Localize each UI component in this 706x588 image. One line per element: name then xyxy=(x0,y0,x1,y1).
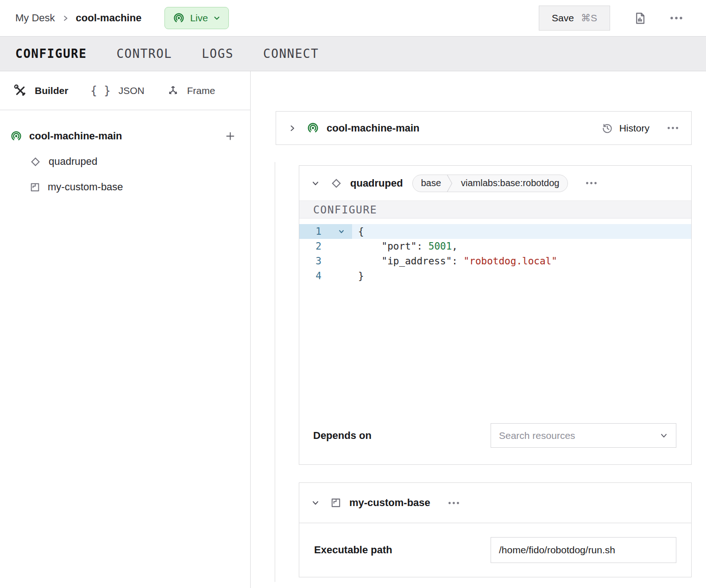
view-mode-label: JSON xyxy=(119,85,145,96)
frame-axes-icon xyxy=(167,84,179,97)
breadcrumb-parent-link[interactable]: My Desk xyxy=(15,12,55,24)
code-editor-lines: 1{2 "port": 5001,3 "ip_address": "robotd… xyxy=(299,224,691,283)
header-actions: Save ⌘S xyxy=(539,6,683,31)
history-button[interactable]: History xyxy=(601,122,649,134)
breadcrumb: My Desk cool-machine xyxy=(15,12,141,24)
resource-tree: cool-machine-main quadruped my-c xyxy=(0,110,250,205)
breadcrumb-current-machine: cool-machine xyxy=(76,12,142,24)
module-icon xyxy=(29,181,41,193)
code-line[interactable]: 4} xyxy=(299,269,691,283)
tree-item-label: quadruped xyxy=(49,156,97,168)
tree-item-label: cool-machine-main xyxy=(29,130,122,142)
select-chevron-down-icon xyxy=(660,432,668,440)
tab-control[interactable]: CONTROL xyxy=(116,47,172,61)
view-mode-json[interactable]: { } JSON xyxy=(90,84,144,97)
component-diamond-icon xyxy=(330,177,343,190)
component-diamond-icon xyxy=(29,156,42,168)
module-card-header: my-custom-base xyxy=(299,483,691,523)
broadcast-icon xyxy=(173,12,185,24)
depends-on-row: Depends on xyxy=(299,423,691,448)
code-line[interactable]: 3 "ip_address": "robotdog.local" xyxy=(299,254,691,269)
badge-divider xyxy=(447,175,453,192)
history-clock-icon xyxy=(601,122,613,134)
code-line[interactable]: 2 "port": 5001, xyxy=(299,239,691,254)
component-card-more-menu-button[interactable] xyxy=(586,181,597,185)
module-icon xyxy=(330,497,342,509)
tools-icon xyxy=(14,84,27,97)
view-mode-frame[interactable]: Frame xyxy=(167,84,215,97)
machine-report-button[interactable] xyxy=(633,12,647,25)
code-text[interactable]: "port": 5001, xyxy=(352,239,691,254)
live-status-dropdown[interactable]: Live xyxy=(164,7,229,29)
line-number: 2 xyxy=(299,239,321,254)
configure-section-label: CONFIGURE xyxy=(313,204,377,216)
save-button-label: Save xyxy=(552,13,574,24)
top-header: My Desk cool-machine Live Save ⌘S xyxy=(0,0,706,36)
module-title: my-custom-base xyxy=(349,497,430,509)
tree-item-quadruped[interactable]: quadruped xyxy=(10,154,236,169)
view-mode-toggle: Builder { } JSON Frame xyxy=(0,71,250,110)
editor-gutter: 2 xyxy=(299,239,352,254)
line-number: 3 xyxy=(299,254,321,269)
collapse-card-chevron-down-icon[interactable] xyxy=(312,180,319,187)
json-code-editor[interactable]: 1{2 "port": 5001,3 "ip_address": "robotd… xyxy=(299,224,691,283)
module-card-more-menu-button[interactable] xyxy=(448,501,460,505)
history-button-label: History xyxy=(619,123,649,134)
component-model-badge: viamlabs:base:robotdog xyxy=(453,178,567,188)
add-resource-button[interactable] xyxy=(224,130,236,142)
header-more-menu-button[interactable] xyxy=(670,16,683,20)
tab-logs[interactable]: LOGS xyxy=(202,47,233,61)
code-text[interactable]: { xyxy=(352,224,691,239)
machine-part-live-icon xyxy=(10,130,22,142)
tree-item-my-custom-base[interactable]: my-custom-base xyxy=(10,180,236,194)
editor-gutter: 3 xyxy=(299,254,352,269)
code-text[interactable]: "ip_address": "robotdog.local" xyxy=(352,254,691,269)
code-text[interactable]: } xyxy=(352,269,691,283)
braces-icon: { } xyxy=(90,84,110,97)
collapse-card-chevron-down-icon[interactable] xyxy=(312,499,319,507)
module-card-my-custom-base: my-custom-base Executable path xyxy=(299,482,692,577)
editor-gutter: 1 xyxy=(299,224,352,239)
component-title: quadruped xyxy=(350,177,403,189)
search-resources-input[interactable] xyxy=(499,430,660,441)
expand-card-chevron-right-icon[interactable] xyxy=(289,125,296,132)
view-mode-label: Frame xyxy=(187,85,215,96)
configure-main-panel: cool-machine-main History xyxy=(251,71,706,588)
save-shortcut-hint: ⌘S xyxy=(581,13,597,24)
machine-part-card: cool-machine-main History xyxy=(276,111,692,145)
line-number: 1 xyxy=(299,224,321,239)
live-status-label: Live xyxy=(190,13,208,24)
depends-on-select[interactable] xyxy=(491,423,676,448)
tree-item-label: my-custom-base xyxy=(48,181,123,193)
executable-path-input[interactable] xyxy=(491,537,676,563)
module-card-body: Executable path xyxy=(299,523,691,577)
tree-item-machine-part[interactable]: cool-machine-main xyxy=(10,129,236,144)
configure-sidebar: Builder { } JSON Frame xyxy=(0,71,251,588)
fold-toggle-chevron-icon[interactable] xyxy=(321,224,352,239)
view-mode-label: Builder xyxy=(35,85,68,96)
breadcrumb-chevron-icon xyxy=(62,15,69,22)
tree-connector-line xyxy=(275,162,275,582)
view-mode-builder[interactable]: Builder xyxy=(14,84,68,97)
part-card-more-menu-button[interactable] xyxy=(667,126,679,130)
editor-gutter: 4 xyxy=(299,269,352,283)
code-line[interactable]: 1{ xyxy=(299,224,691,239)
line-number: 4 xyxy=(299,269,321,283)
machine-part-title: cool-machine-main xyxy=(327,122,419,134)
tab-configure[interactable]: CONFIGURE xyxy=(15,47,87,61)
save-button[interactable]: Save ⌘S xyxy=(539,6,610,31)
configure-section-header: CONFIGURE xyxy=(299,200,691,219)
component-type-badge: base xyxy=(413,178,447,188)
chevron-down-icon xyxy=(213,14,221,22)
machine-part-live-icon xyxy=(307,122,319,134)
executable-path-label: Executable path xyxy=(314,544,392,556)
component-card-header: quadruped base viamlabs:base:robotdog xyxy=(299,166,691,200)
tab-connect[interactable]: CONNECT xyxy=(263,47,319,61)
component-card-quadruped: quadruped base viamlabs:base:robotdog CO… xyxy=(299,165,692,465)
depends-on-label: Depends on xyxy=(313,430,372,442)
component-type-model-badge: base viamlabs:base:robotdog xyxy=(412,175,568,192)
machine-tab-bar: CONFIGURE CONTROL LOGS CONNECT xyxy=(0,36,706,71)
